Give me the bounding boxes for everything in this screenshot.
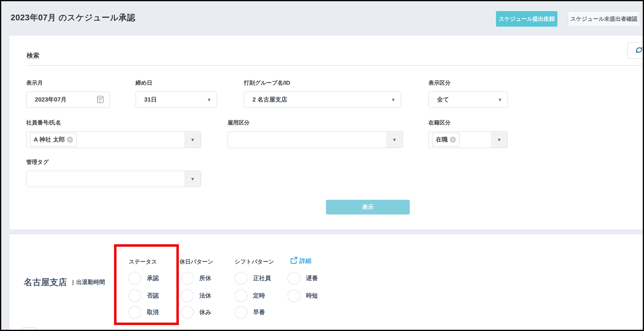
refresh-button[interactable] — [628, 42, 644, 59]
radio-row: 否認 — [128, 289, 159, 302]
radio-short-hours[interactable] — [288, 289, 300, 302]
branch-title: 名古屋支店 | 出退勤時間 — [24, 276, 105, 288]
radio-fulltime[interactable] — [235, 272, 247, 285]
closing-day-select[interactable]: 31日 ▾ — [136, 92, 217, 108]
detail-link-text: 詳細 — [300, 257, 311, 265]
enrollment-tag-text: 在職 — [436, 136, 448, 144]
display-month-field-group: 表示月 2023年07月 — [26, 79, 110, 108]
external-link-icon — [290, 256, 298, 265]
radio-late-shift-label: 遅番 — [306, 274, 318, 282]
display-month-value: 2023年07月 — [27, 96, 67, 104]
display-category-select[interactable]: 全て ▾ — [428, 92, 508, 108]
employee-field-group: 社員番号/氏名 A 神社 太郎 × ▾ — [26, 119, 201, 148]
branch-separator: | — [72, 279, 74, 286]
radio-approve[interactable] — [128, 272, 141, 285]
radio-legal-holiday[interactable] — [181, 289, 194, 302]
enrollment-category-label: 在籍区分 — [428, 119, 508, 126]
admin-tag-multiselect[interactable]: ▾ — [26, 171, 201, 187]
radio-row: 所休 — [181, 272, 211, 285]
partial-checkbox[interactable] — [22, 327, 36, 331]
radio-cancel[interactable] — [128, 306, 141, 319]
radio-row: 法休 — [181, 289, 211, 302]
radio-dayoff[interactable] — [181, 306, 194, 319]
status-column-header: ステータス — [129, 258, 157, 265]
schedule-unsubmitted-check-button[interactable]: スケジュール未提出者確認 — [568, 11, 640, 27]
clock-group-label: 打刻グループ名/ID — [244, 79, 401, 86]
employment-category-multiselect[interactable]: ▾ — [228, 131, 403, 148]
show-button[interactable]: 表示 — [326, 200, 410, 214]
display-category-value: 全て — [429, 96, 449, 104]
radio-office-holiday-label: 所休 — [199, 274, 211, 282]
radio-legal-holiday-label: 法休 — [199, 292, 211, 300]
calendar-icon[interactable] — [97, 95, 104, 104]
employee-tag-text: A 神社 太郎 — [34, 136, 65, 144]
shift-column-header: シフトパターン — [235, 258, 274, 265]
radio-row: 承認 — [128, 272, 159, 285]
enrollment-category-multiselect[interactable]: 在職 × ▾ — [428, 131, 508, 148]
display-category-field-group: 表示区分 全て ▾ — [428, 79, 508, 108]
divider — [27, 65, 644, 66]
radio-row: 休み — [181, 306, 212, 319]
radio-row: 定時 — [235, 289, 265, 302]
select-strip[interactable]: ▾ — [184, 171, 201, 186]
radio-row: 正社員 — [235, 272, 271, 285]
employee-tag: A 神社 太郎 × — [30, 133, 77, 147]
remove-tag-icon[interactable]: × — [450, 136, 456, 143]
closing-day-value: 31日 — [136, 96, 157, 104]
search-heading: 検索 — [27, 51, 40, 60]
detail-link[interactable]: 詳細 — [290, 256, 311, 265]
enrollment-tag: 在職 × — [432, 133, 460, 147]
employment-category-label: 雇用区分 — [228, 119, 403, 126]
display-month-label: 表示月 — [26, 79, 110, 86]
branch-name: 名古屋支店 — [24, 276, 67, 288]
closing-day-label: 締め日 — [136, 79, 217, 86]
chevron-down-icon: ▾ — [208, 97, 210, 102]
radio-late-shift[interactable] — [288, 272, 300, 285]
chevron-down-icon: ▾ — [393, 137, 396, 142]
display-month-input[interactable]: 2023年07月 — [26, 92, 110, 108]
display-category-label: 表示区分 — [428, 79, 508, 86]
chevron-down-icon: ▾ — [191, 137, 194, 142]
closing-day-field-group: 締め日 31日 ▾ — [136, 79, 217, 108]
admin-tag-field-group: 管理タグ ▾ — [26, 158, 201, 187]
chevron-down-icon: ▾ — [498, 137, 500, 142]
radio-approve-label: 承認 — [147, 274, 159, 282]
employment-category-field-group: 雇用区分 ▾ — [228, 119, 403, 148]
clock-group-field-group: 打刻グループ名/ID 2 名古屋支店 ▾ — [244, 79, 401, 108]
radio-office-holiday[interactable] — [181, 272, 194, 285]
radio-dayoff-label: 休み — [199, 308, 212, 316]
radio-regular-time[interactable] — [235, 289, 247, 302]
select-strip[interactable]: ▾ — [184, 132, 201, 148]
radio-short-hours-label: 時短 — [306, 292, 318, 300]
chevron-down-icon: ▾ — [392, 97, 394, 102]
holiday-column-header: 休日パターン — [180, 258, 213, 265]
search-panel: 検索 表示月 2023年07月 — [10, 36, 644, 229]
enrollment-category-field-group: 在籍区分 在職 × ▾ — [428, 119, 508, 148]
radio-row: 時短 — [288, 289, 318, 302]
page-title: 2023年07月 のスケジュール承認 — [11, 12, 135, 23]
radio-row: 早番 — [235, 306, 265, 319]
radio-regular-time-label: 定時 — [253, 292, 265, 300]
results-panel: 名古屋支店 | 出退勤時間 ステータス 休日パターン シフトパターン 詳細 承認… — [10, 234, 644, 331]
select-strip[interactable]: ▾ — [491, 132, 508, 148]
employee-label: 社員番号/氏名 — [26, 119, 201, 126]
radio-reject[interactable] — [128, 289, 141, 302]
page-header: 2023年07月 のスケジュール承認 スケジュール提出依頼 スケジュール未提出者… — [1, 1, 643, 34]
radio-fulltime-label: 正社員 — [253, 274, 271, 282]
select-strip[interactable]: ▾ — [386, 132, 402, 148]
remove-tag-icon[interactable]: × — [67, 136, 73, 143]
chevron-down-icon: ▾ — [498, 97, 501, 102]
employee-multiselect[interactable]: A 神社 太郎 × ▾ — [26, 131, 201, 148]
radio-row: 取消 — [128, 306, 159, 319]
branch-subtitle: 出退勤時間 — [76, 278, 105, 286]
schedule-submit-request-button[interactable]: スケジュール提出依頼 — [496, 11, 558, 27]
refresh-icon — [634, 45, 644, 56]
radio-early-shift-label: 早番 — [253, 308, 265, 316]
radio-cancel-label: 取消 — [147, 308, 159, 316]
admin-tag-label: 管理タグ — [26, 158, 201, 166]
radio-row: 遅番 — [288, 272, 318, 285]
radio-early-shift[interactable] — [235, 306, 247, 319]
clock-group-select[interactable]: 2 名古屋支店 ▾ — [244, 92, 401, 108]
radio-reject-label: 否認 — [147, 292, 159, 300]
clock-group-value: 2 名古屋支店 — [244, 96, 287, 104]
